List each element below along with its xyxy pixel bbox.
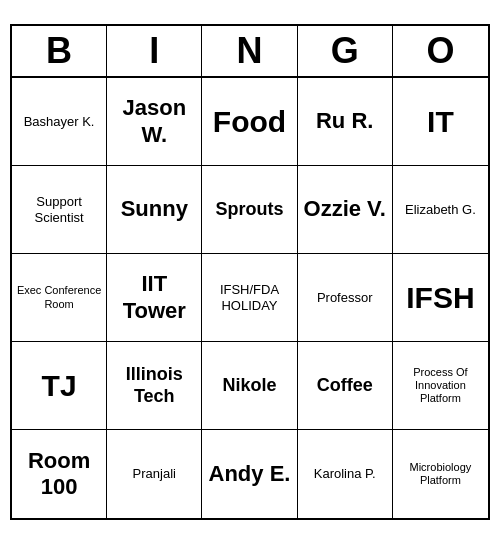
bingo-cell: IT	[393, 78, 488, 166]
header-letter: N	[202, 26, 297, 76]
bingo-cell: Process Of Innovation Platform	[393, 342, 488, 430]
header-letter: I	[107, 26, 202, 76]
bingo-cell: Coffee	[298, 342, 393, 430]
bingo-cell: IFSH	[393, 254, 488, 342]
bingo-card: BINGO Bashayer K.Jason W.FoodRu R.ITSupp…	[10, 24, 490, 520]
header-letter: B	[12, 26, 107, 76]
bingo-cell: Sprouts	[202, 166, 297, 254]
header-letter: O	[393, 26, 488, 76]
bingo-cell: IFSH/FDA HOLIDAY	[202, 254, 297, 342]
bingo-cell: Support Scientist	[12, 166, 107, 254]
bingo-cell: Exec Conference Room	[12, 254, 107, 342]
bingo-grid: Bashayer K.Jason W.FoodRu R.ITSupport Sc…	[12, 78, 488, 518]
bingo-cell: TJ	[12, 342, 107, 430]
bingo-cell: Microbiology Platform	[393, 430, 488, 518]
bingo-cell: Illinois Tech	[107, 342, 202, 430]
bingo-cell: Ozzie V.	[298, 166, 393, 254]
bingo-cell: Nikole	[202, 342, 297, 430]
bingo-cell: Room 100	[12, 430, 107, 518]
bingo-cell: Andy E.	[202, 430, 297, 518]
bingo-cell: Bashayer K.	[12, 78, 107, 166]
bingo-cell: Sunny	[107, 166, 202, 254]
bingo-cell: Elizabeth G.	[393, 166, 488, 254]
bingo-cell: Ru R.	[298, 78, 393, 166]
bingo-cell: Karolina P.	[298, 430, 393, 518]
bingo-cell: IIT Tower	[107, 254, 202, 342]
bingo-cell: Food	[202, 78, 297, 166]
header-letter: G	[298, 26, 393, 76]
bingo-header: BINGO	[12, 26, 488, 78]
bingo-cell: Pranjali	[107, 430, 202, 518]
bingo-cell: Professor	[298, 254, 393, 342]
bingo-cell: Jason W.	[107, 78, 202, 166]
